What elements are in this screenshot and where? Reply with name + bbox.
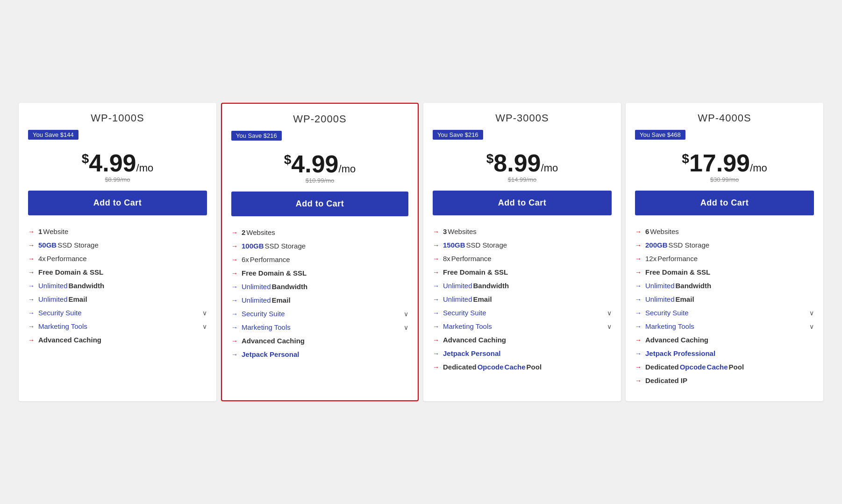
arrow-icon: → bbox=[231, 229, 238, 236]
feature-text: Marketing Tools bbox=[645, 322, 694, 330]
feature-text: SSD Storage bbox=[265, 242, 306, 250]
feature-text: Advanced Caching bbox=[38, 336, 101, 344]
price-block-wp2000s: $4.99/mo$10.99/mo bbox=[231, 152, 408, 184]
chevron-down-icon[interactable]: ∨ bbox=[809, 309, 814, 317]
feature-text: Email bbox=[676, 295, 694, 303]
feature-item: →4x Performance bbox=[28, 252, 207, 265]
price-block-wp3000s: $8.99/mo$14.99/mo bbox=[433, 151, 612, 183]
chevron-down-icon[interactable]: ∨ bbox=[404, 310, 408, 318]
arrow-icon: → bbox=[433, 350, 439, 357]
arrow-icon: → bbox=[28, 269, 35, 276]
feature-item: →Marketing Tools∨ bbox=[231, 320, 408, 334]
arrow-icon: → bbox=[635, 228, 642, 235]
feature-item: →Jetpack Personal bbox=[433, 347, 612, 360]
feature-text: 100GB bbox=[242, 242, 264, 250]
feature-item: →Advanced Caching bbox=[433, 333, 612, 347]
feature-item: →Unlimited Email bbox=[28, 292, 207, 306]
chevron-down-icon[interactable]: ∨ bbox=[202, 323, 207, 330]
feature-text: Email bbox=[272, 296, 291, 304]
chevron-down-icon[interactable]: ∨ bbox=[607, 309, 612, 317]
feature-text: Pool bbox=[527, 363, 542, 371]
chevron-down-icon[interactable]: ∨ bbox=[607, 323, 612, 330]
feature-text: Free Domain & SSL bbox=[38, 268, 103, 276]
add-to-cart-button-wp4000s[interactable]: Add to Cart bbox=[635, 191, 814, 215]
feature-item: →Unlimited Bandwidth bbox=[231, 280, 408, 293]
feature-text: Jetpack Personal bbox=[242, 350, 299, 358]
feature-text: Opcode bbox=[478, 363, 504, 371]
plan-title-wp3000s: WP-3000S bbox=[433, 112, 612, 124]
feature-text: Unlimited bbox=[443, 282, 472, 290]
arrow-icon: → bbox=[433, 255, 439, 263]
plan-card-wp2000s: WP-2000SYou Save $216$4.99/mo$10.99/moAd… bbox=[221, 103, 419, 401]
feature-text: Free Domain & SSL bbox=[242, 269, 307, 277]
plan-title-wp2000s: WP-2000S bbox=[231, 113, 408, 125]
feature-item: →Dedicated Opcode Cache Pool bbox=[635, 360, 814, 374]
feature-text: Unlimited bbox=[645, 295, 675, 303]
feature-text: 8x bbox=[443, 255, 450, 263]
feature-text: Marketing Tools bbox=[443, 322, 492, 330]
features-list-wp2000s: →2 Websites→100GB SSD Storage→6x Perform… bbox=[231, 226, 408, 361]
feature-item: →Advanced Caching bbox=[28, 333, 207, 347]
chevron-down-icon[interactable]: ∨ bbox=[202, 309, 207, 317]
feature-text: 12x bbox=[645, 255, 656, 263]
savings-badge-wp2000s: You Save $216 bbox=[231, 131, 282, 141]
pricing-grid: WP-1000SYou Save $144$4.99/mo$8.99/moAdd… bbox=[9, 93, 833, 411]
feature-text: 6 bbox=[645, 227, 649, 235]
feature-item: →Dedicated IP bbox=[635, 374, 814, 387]
feature-text: Opcode bbox=[680, 363, 706, 371]
feature-text: 1 bbox=[38, 227, 42, 235]
arrow-icon: → bbox=[433, 296, 439, 303]
add-to-cart-button-wp2000s[interactable]: Add to Cart bbox=[231, 192, 408, 216]
feature-text: Websites bbox=[448, 227, 476, 235]
feature-item: →Free Domain & SSL bbox=[433, 265, 612, 279]
savings-badge-wp1000s: You Save $144 bbox=[28, 130, 78, 140]
feature-text: Bandwidth bbox=[473, 282, 509, 290]
chevron-down-icon[interactable]: ∨ bbox=[809, 323, 814, 330]
feature-text: 200GB bbox=[645, 241, 668, 249]
arrow-icon: → bbox=[28, 323, 35, 330]
feature-item: →100GB SSD Storage bbox=[231, 239, 408, 253]
arrow-icon: → bbox=[635, 309, 642, 317]
price-block-wp4000s: $17.99/mo$30.99/mo bbox=[635, 151, 814, 183]
arrow-icon: → bbox=[433, 241, 439, 249]
arrow-icon: → bbox=[28, 309, 35, 317]
add-to-cart-button-wp3000s[interactable]: Add to Cart bbox=[433, 191, 612, 215]
arrow-icon: → bbox=[28, 296, 35, 303]
feature-item: →Jetpack Professional bbox=[635, 347, 814, 360]
feature-text: Dedicated IP bbox=[645, 376, 687, 384]
feature-item: →6x Performance bbox=[231, 253, 408, 266]
arrow-icon: → bbox=[231, 351, 238, 358]
arrow-icon: → bbox=[635, 269, 642, 276]
arrow-icon: → bbox=[28, 336, 35, 344]
arrow-icon: → bbox=[231, 310, 238, 318]
feature-text: Pool bbox=[729, 363, 744, 371]
arrow-icon: → bbox=[231, 270, 238, 277]
feature-item: →1 Website bbox=[28, 225, 207, 238]
feature-text: Performance bbox=[250, 256, 290, 263]
arrow-icon: → bbox=[231, 337, 238, 345]
feature-item: →Advanced Caching bbox=[635, 333, 814, 347]
add-to-cart-button-wp1000s[interactable]: Add to Cart bbox=[28, 191, 207, 215]
feature-item: →Unlimited Bandwidth bbox=[28, 279, 207, 292]
arrow-icon: → bbox=[231, 297, 238, 304]
feature-item: →Security Suite∨ bbox=[231, 307, 408, 320]
arrow-icon: → bbox=[635, 377, 642, 384]
feature-text: Marketing Tools bbox=[38, 322, 87, 330]
arrow-icon: → bbox=[635, 296, 642, 303]
arrow-icon: → bbox=[433, 282, 439, 290]
feature-text: 6x bbox=[242, 256, 249, 263]
feature-text: Website bbox=[43, 227, 68, 235]
feature-item: →Unlimited Bandwidth bbox=[433, 279, 612, 292]
arrow-icon: → bbox=[28, 282, 35, 290]
chevron-down-icon[interactable]: ∨ bbox=[404, 324, 408, 331]
savings-badge-wp4000s: You Save $468 bbox=[635, 130, 685, 140]
price-main-wp4000s: $17.99/mo bbox=[635, 151, 814, 175]
feature-item: →150GB SSD Storage bbox=[433, 238, 612, 252]
feature-text: 2 bbox=[242, 228, 245, 236]
arrow-icon: → bbox=[433, 309, 439, 317]
price-original-wp3000s: $14.99/mo bbox=[433, 176, 612, 183]
feature-text: Security Suite bbox=[38, 309, 82, 317]
feature-text: Security Suite bbox=[443, 309, 486, 317]
arrow-icon: → bbox=[28, 241, 35, 249]
feature-item: →Marketing Tools∨ bbox=[28, 319, 207, 333]
